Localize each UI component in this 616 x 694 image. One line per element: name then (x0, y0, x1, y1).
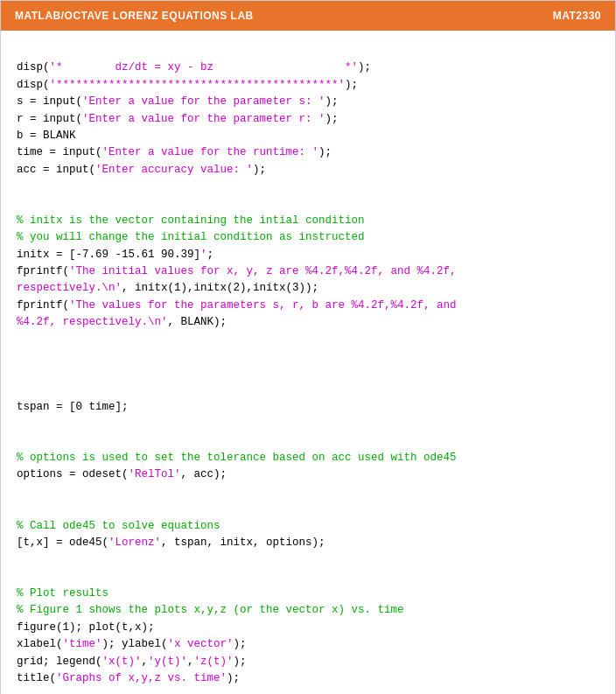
code-area: disp('* dz/dt = xy - bz *'); disp('*****… (1, 31, 615, 694)
app-header: MATLAB/OCTAVE LORENZ EQUATIONS LAB MAT23… (1, 1, 615, 31)
header-title: MATLAB/OCTAVE LORENZ EQUATIONS LAB (15, 10, 254, 22)
header-course: MAT2330 (553, 10, 601, 22)
app-window: MATLAB/OCTAVE LORENZ EQUATIONS LAB MAT23… (0, 0, 616, 694)
